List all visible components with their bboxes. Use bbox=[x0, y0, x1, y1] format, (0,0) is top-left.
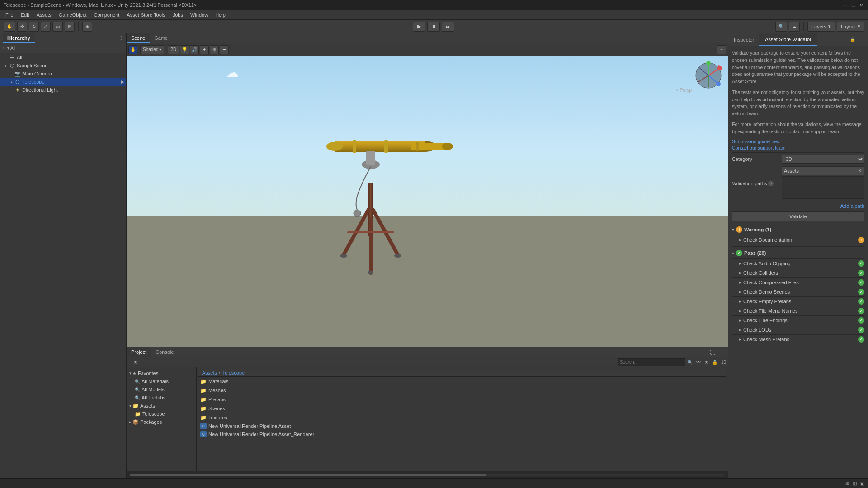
pass-section-header[interactable]: ▾ ✓ Pass (28) bbox=[732, 249, 864, 258]
layers-dropdown[interactable]: Layers ▾ bbox=[807, 22, 835, 32]
file-urp-renderer[interactable]: U New Universal Render Pipeline Asset_Re… bbox=[198, 430, 726, 438]
pause-button[interactable]: ⏸ bbox=[427, 22, 440, 32]
toolbar-transform-btn[interactable]: ✋ bbox=[4, 22, 15, 32]
menu-file[interactable]: File bbox=[2, 11, 17, 19]
toolbar-rect-btn[interactable]: ▭ bbox=[52, 22, 63, 32]
all-prefabs-item[interactable]: 🔍 All Prefabs bbox=[128, 394, 194, 402]
hierarchy-search-btn[interactable]: ▾ All bbox=[7, 46, 15, 51]
tab-inspector[interactable]: Inspector bbox=[728, 33, 760, 46]
validate-button[interactable]: Validate bbox=[732, 211, 864, 221]
menu-gameobject[interactable]: GameObject bbox=[55, 11, 90, 19]
favorites-tree-item[interactable]: ▾ ★ Favorites bbox=[128, 369, 194, 377]
scene-options-btn[interactable]: ⋮ bbox=[718, 36, 728, 41]
play-button[interactable]: ▶ bbox=[413, 22, 425, 32]
file-urp-asset[interactable]: U New Universal Render Pipeline Asset bbox=[198, 422, 726, 430]
folder-prefabs[interactable]: 📁 Prefabs bbox=[198, 395, 726, 404]
scene-2d-btn[interactable]: 2D bbox=[168, 45, 179, 54]
folder-meshes[interactable]: 📁 Meshes bbox=[198, 386, 726, 395]
breadcrumb-telescope[interactable]: Telescope bbox=[222, 370, 245, 375]
tab-game[interactable]: Game bbox=[150, 33, 172, 43]
step-button[interactable]: ⏭ bbox=[442, 22, 454, 32]
menu-assetstoretools[interactable]: Asset Store Tools bbox=[123, 11, 169, 19]
bottom-options-btn[interactable]: ⋮ bbox=[718, 350, 728, 355]
hierarchy-item-directionallight[interactable]: ☀ Directional Light bbox=[0, 86, 126, 94]
warning-section-header[interactable]: ▾ ! Warning (1) bbox=[732, 225, 864, 234]
add-path-btn[interactable]: Add a path bbox=[732, 203, 864, 209]
folder-scenes[interactable]: 📁 Scenes bbox=[198, 404, 726, 413]
hierarchy-options-btn[interactable]: ⋮ bbox=[118, 35, 123, 41]
project-eye-btn[interactable]: 👁 bbox=[696, 360, 701, 365]
scene-hand-btn[interactable]: ✋ bbox=[128, 45, 137, 54]
all-models-item[interactable]: 🔍 All Models bbox=[128, 385, 194, 394]
scene-shading-btn[interactable]: Shaded ▾ bbox=[140, 45, 164, 54]
breadcrumb-assets[interactable]: Assets bbox=[202, 370, 217, 375]
status-icon1[interactable]: ⊞ bbox=[845, 481, 849, 486]
cloud-button[interactable]: ☁ bbox=[789, 22, 800, 32]
telescope-sidebar-item[interactable]: 📁 Telescope bbox=[128, 410, 194, 418]
viewport-gizmo[interactable]: X Y Z bbox=[693, 60, 724, 91]
check-empty-prefabs-row[interactable]: ▸ Check Empty Prefabs ✓ bbox=[732, 296, 864, 306]
project-lock-btn[interactable]: 🔒 bbox=[712, 360, 717, 365]
category-select[interactable]: 3D 2D Audio Tools bbox=[782, 155, 864, 164]
project-star2-btn[interactable]: ★ bbox=[704, 360, 708, 365]
menu-help[interactable]: Help bbox=[212, 11, 229, 19]
scroll-thumb[interactable] bbox=[130, 474, 486, 476]
hierarchy-item-maincamera[interactable]: 📷 Main Camera bbox=[0, 70, 126, 78]
submission-guidelines-link[interactable]: Submission guidelines bbox=[732, 139, 864, 144]
tab-console[interactable]: Console bbox=[151, 347, 178, 357]
toolbar-scale-btn[interactable]: ⤢ bbox=[41, 22, 51, 32]
minimize-button[interactable]: ─ bbox=[842, 2, 848, 8]
folder-textures[interactable]: 📁 Textures bbox=[198, 413, 726, 422]
restore-button[interactable]: ▭ bbox=[850, 2, 856, 8]
packages-tree-item[interactable]: ▸ 📦 Packages bbox=[128, 418, 194, 426]
scene-light-btn[interactable]: 💡 bbox=[180, 45, 189, 54]
toolbar-custom-btn[interactable]: ◈ bbox=[82, 22, 92, 32]
toolbar-rotate-btn[interactable]: ↻ bbox=[29, 22, 39, 32]
check-compressed-files-row[interactable]: ▸ Check Compressed Files ✓ bbox=[732, 277, 864, 287]
viewport[interactable]: < Persp X Y Z bbox=[127, 56, 728, 347]
menu-edit[interactable]: Edit bbox=[17, 11, 33, 19]
check-mesh-prefabs-row[interactable]: ▸ Check Mesh Prefabs ✓ bbox=[732, 334, 864, 344]
check-demo-scenes-row[interactable]: ▸ Check Demo Scenes ✓ bbox=[732, 287, 864, 296]
project-search-input[interactable] bbox=[618, 358, 685, 366]
scene-settings-btn[interactable]: ⋯ bbox=[717, 45, 726, 54]
toolbar-transform-all-btn[interactable]: ⊞ bbox=[65, 22, 75, 32]
folder-materials[interactable]: 📁 Materials bbox=[198, 377, 726, 386]
tab-scene[interactable]: Scene bbox=[127, 33, 150, 43]
help-icon[interactable]: ? bbox=[768, 181, 774, 186]
check-lods-row[interactable]: ▸ Check LODs ✓ bbox=[732, 325, 864, 334]
menu-assets[interactable]: Assets bbox=[33, 11, 55, 19]
all-materials-item[interactable]: 🔍 All Materials bbox=[128, 377, 194, 385]
status-icon3[interactable]: ⬕ bbox=[860, 481, 864, 486]
scene-gizmos-btn[interactable]: ☰ bbox=[220, 45, 229, 54]
support-link[interactable]: Contact our support team bbox=[732, 145, 864, 150]
menu-component[interactable]: Component bbox=[90, 11, 123, 19]
assets-tree-item[interactable]: ▾ 📁 Assets bbox=[128, 402, 194, 410]
check-documentation-row[interactable]: ▸ Check Documentation ! bbox=[732, 235, 864, 244]
path-remove-btn[interactable]: ✕ bbox=[858, 168, 862, 174]
close-button[interactable]: ✕ bbox=[858, 2, 864, 8]
hierarchy-item-samplescene[interactable]: ▸ ⬡ SampleScene bbox=[0, 61, 126, 70]
scene-fx-btn[interactable]: ✦ bbox=[200, 45, 209, 54]
toolbar-move-btn[interactable]: ✛ bbox=[17, 22, 27, 32]
status-icon2[interactable]: ◫ bbox=[853, 481, 857, 486]
hierarchy-item-all[interactable]: ☰ All bbox=[0, 53, 126, 61]
hierarchy-item-telescope[interactable]: ▸ ⬡ Telescope ▶ bbox=[0, 78, 126, 86]
scroll-track[interactable] bbox=[130, 474, 724, 476]
check-line-endings-row[interactable]: ▸ Check Line Endings ✓ bbox=[732, 315, 864, 325]
menu-jobs[interactable]: Jobs bbox=[169, 11, 187, 19]
tab-hierarchy[interactable]: Hierarchy bbox=[3, 33, 35, 43]
add-asset-btn[interactable]: + bbox=[128, 359, 132, 366]
check-file-menu-names-row[interactable]: ▸ Check File Menu Names ✓ bbox=[732, 306, 864, 315]
tab-asset-store-validator[interactable]: Asset Store Validator bbox=[760, 33, 817, 46]
hierarchy-add-btn[interactable]: + bbox=[2, 46, 5, 51]
right-panel-options-btn[interactable]: ⋮ bbox=[858, 37, 868, 42]
search-button[interactable]: 🔍 bbox=[775, 22, 787, 32]
bottom-maximize-btn[interactable]: ⛶ bbox=[707, 349, 718, 356]
tab-project[interactable]: Project bbox=[127, 347, 151, 357]
project-find-btn[interactable]: 🔍 bbox=[687, 360, 693, 365]
right-panel-lock-btn[interactable]: 🔒 bbox=[847, 37, 858, 42]
menu-window[interactable]: Window bbox=[187, 11, 212, 19]
scene-audio-btn[interactable]: 🔊 bbox=[190, 45, 199, 54]
scene-overlay-btn[interactable]: ⊞ bbox=[210, 45, 219, 54]
